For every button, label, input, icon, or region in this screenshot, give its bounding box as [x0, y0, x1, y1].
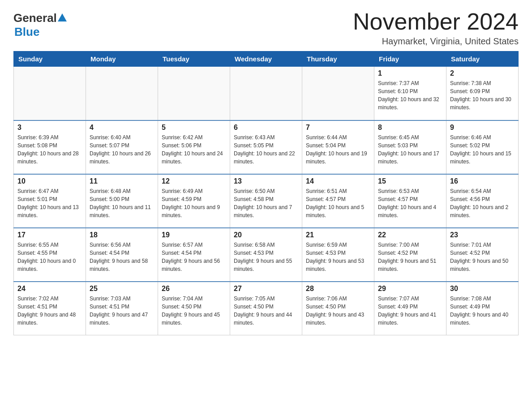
calendar-header-row: SundayMondayTuesdayWednesdayThursdayFrid…: [14, 51, 519, 67]
day-number: 29: [378, 285, 442, 293]
main-title: November 2024: [353, 9, 519, 34]
day-info: Sunrise: 6:47 AMSunset: 5:01 PMDaylight:…: [17, 187, 82, 219]
logo-general-text: General: [13, 11, 57, 25]
day-info: Sunrise: 6:44 AMSunset: 5:04 PMDaylight:…: [306, 133, 370, 166]
day-info: Sunrise: 6:50 AMSunset: 4:58 PMDaylight:…: [234, 187, 298, 219]
calendar-cell: 11Sunrise: 6:48 AMSunset: 5:00 PMDayligh…: [86, 174, 158, 228]
location-subtitle: Haymarket, Virginia, United States: [353, 36, 519, 47]
calendar-cell: 22Sunrise: 7:00 AMSunset: 4:52 PMDayligh…: [374, 228, 446, 282]
calendar-header-monday: Monday: [86, 51, 158, 67]
calendar-header-thursday: Thursday: [302, 51, 374, 67]
calendar-cell: [158, 67, 230, 120]
calendar-cell: 27Sunrise: 7:05 AMSunset: 4:50 PMDayligh…: [230, 282, 302, 335]
day-number: 9: [450, 124, 515, 132]
day-info: Sunrise: 6:59 AMSunset: 4:53 PMDaylight:…: [306, 241, 370, 273]
day-info: Sunrise: 6:39 AMSunset: 5:08 PMDaylight:…: [17, 133, 82, 166]
day-number: 28: [306, 285, 370, 293]
day-number: 14: [306, 177, 370, 185]
calendar-cell: 30Sunrise: 7:08 AMSunset: 4:49 PMDayligh…: [446, 282, 519, 335]
calendar-cell: 5Sunrise: 6:42 AMSunset: 5:06 PMDaylight…: [158, 120, 230, 174]
day-number: 10: [17, 177, 82, 185]
calendar-cell: 3Sunrise: 6:39 AMSunset: 5:08 PMDaylight…: [14, 120, 86, 174]
calendar-week-row: 24Sunrise: 7:02 AMSunset: 4:51 PMDayligh…: [14, 282, 519, 335]
day-number: 5: [162, 124, 226, 132]
calendar-week-row: 17Sunrise: 6:55 AMSunset: 4:55 PMDayligh…: [14, 228, 519, 282]
calendar-cell: 12Sunrise: 6:49 AMSunset: 4:59 PMDayligh…: [158, 174, 230, 228]
calendar-cell: 16Sunrise: 6:54 AMSunset: 4:56 PMDayligh…: [446, 174, 519, 228]
day-number: 19: [162, 231, 226, 239]
day-number: 13: [234, 177, 298, 185]
calendar-week-row: 3Sunrise: 6:39 AMSunset: 5:08 PMDaylight…: [14, 120, 519, 174]
day-info: Sunrise: 6:45 AMSunset: 5:03 PMDaylight:…: [378, 133, 442, 166]
day-number: 16: [450, 177, 515, 185]
day-info: Sunrise: 6:49 AMSunset: 4:59 PMDaylight:…: [162, 187, 226, 219]
calendar-cell: 24Sunrise: 7:02 AMSunset: 4:51 PMDayligh…: [14, 282, 86, 335]
day-number: 27: [234, 285, 298, 293]
day-number: 21: [306, 231, 370, 239]
day-number: 20: [234, 231, 298, 239]
calendar-cell: 14Sunrise: 6:51 AMSunset: 4:57 PMDayligh…: [302, 174, 374, 228]
logo: General Blue: [13, 9, 67, 39]
calendar-cell: 29Sunrise: 7:07 AMSunset: 4:49 PMDayligh…: [374, 282, 446, 335]
page-header: General Blue November 2024 Haymarket, Vi…: [13, 9, 519, 47]
calendar-cell: 19Sunrise: 6:57 AMSunset: 4:54 PMDayligh…: [158, 228, 230, 282]
day-info: Sunrise: 6:55 AMSunset: 4:55 PMDaylight:…: [17, 241, 82, 273]
day-number: 22: [378, 231, 442, 239]
day-info: Sunrise: 7:05 AMSunset: 4:50 PMDaylight:…: [234, 295, 298, 327]
day-number: 4: [90, 124, 154, 132]
calendar-cell: 20Sunrise: 6:58 AMSunset: 4:53 PMDayligh…: [230, 228, 302, 282]
day-number: 6: [234, 124, 298, 132]
calendar-header-saturday: Saturday: [446, 51, 519, 67]
day-number: 2: [450, 69, 515, 77]
calendar-cell: [230, 67, 302, 120]
calendar-table: SundayMondayTuesdayWednesdayThursdayFrid…: [13, 51, 519, 335]
day-number: 25: [90, 285, 154, 293]
calendar-cell: 28Sunrise: 7:06 AMSunset: 4:50 PMDayligh…: [302, 282, 374, 335]
calendar-cell: 1Sunrise: 7:37 AMSunset: 6:10 PMDaylight…: [374, 67, 446, 120]
calendar-header-sunday: Sunday: [14, 51, 86, 67]
day-info: Sunrise: 7:02 AMSunset: 4:51 PMDaylight:…: [17, 295, 82, 327]
calendar-cell: [14, 67, 86, 120]
calendar-cell: 9Sunrise: 6:46 AMSunset: 5:02 PMDaylight…: [446, 120, 519, 174]
day-info: Sunrise: 6:46 AMSunset: 5:02 PMDaylight:…: [450, 133, 515, 166]
day-info: Sunrise: 6:40 AMSunset: 5:07 PMDaylight:…: [90, 133, 154, 166]
calendar-cell: 17Sunrise: 6:55 AMSunset: 4:55 PMDayligh…: [14, 228, 86, 282]
day-number: 23: [450, 231, 515, 239]
calendar-cell: 21Sunrise: 6:59 AMSunset: 4:53 PMDayligh…: [302, 228, 374, 282]
day-number: 24: [17, 285, 82, 293]
calendar-cell: 26Sunrise: 7:04 AMSunset: 4:50 PMDayligh…: [158, 282, 230, 335]
day-number: 11: [90, 177, 154, 185]
calendar-cell: 6Sunrise: 6:43 AMSunset: 5:05 PMDaylight…: [230, 120, 302, 174]
day-info: Sunrise: 7:37 AMSunset: 6:10 PMDaylight:…: [378, 79, 442, 111]
day-info: Sunrise: 6:42 AMSunset: 5:06 PMDaylight:…: [162, 133, 226, 166]
calendar-week-row: 1Sunrise: 7:37 AMSunset: 6:10 PMDaylight…: [14, 67, 519, 120]
day-number: 18: [90, 231, 154, 239]
calendar-header-friday: Friday: [374, 51, 446, 67]
calendar-cell: 4Sunrise: 6:40 AMSunset: 5:07 PMDaylight…: [86, 120, 158, 174]
day-number: 17: [17, 231, 82, 239]
day-info: Sunrise: 7:08 AMSunset: 4:49 PMDaylight:…: [450, 295, 515, 327]
calendar-cell: 18Sunrise: 6:56 AMSunset: 4:54 PMDayligh…: [86, 228, 158, 282]
day-number: 12: [162, 177, 226, 185]
logo-triangle-icon: [58, 13, 67, 21]
calendar-header-wednesday: Wednesday: [230, 51, 302, 67]
day-info: Sunrise: 7:07 AMSunset: 4:49 PMDaylight:…: [378, 295, 442, 327]
day-number: 1: [378, 69, 442, 77]
day-info: Sunrise: 7:01 AMSunset: 4:52 PMDaylight:…: [450, 241, 515, 273]
day-number: 8: [378, 124, 442, 132]
day-info: Sunrise: 7:38 AMSunset: 6:09 PMDaylight:…: [450, 79, 515, 111]
day-info: Sunrise: 6:53 AMSunset: 4:57 PMDaylight:…: [378, 187, 442, 219]
day-info: Sunrise: 6:58 AMSunset: 4:53 PMDaylight:…: [234, 241, 298, 273]
calendar-cell: 7Sunrise: 6:44 AMSunset: 5:04 PMDaylight…: [302, 120, 374, 174]
day-info: Sunrise: 6:56 AMSunset: 4:54 PMDaylight:…: [90, 241, 154, 273]
day-info: Sunrise: 7:00 AMSunset: 4:52 PMDaylight:…: [378, 241, 442, 273]
calendar-cell: 2Sunrise: 7:38 AMSunset: 6:09 PMDaylight…: [446, 67, 519, 120]
calendar-cell: 23Sunrise: 7:01 AMSunset: 4:52 PMDayligh…: [446, 228, 519, 282]
day-info: Sunrise: 6:43 AMSunset: 5:05 PMDaylight:…: [234, 133, 298, 166]
logo-blue-text: Blue: [14, 25, 39, 39]
day-info: Sunrise: 6:48 AMSunset: 5:00 PMDaylight:…: [90, 187, 154, 219]
calendar-cell: [302, 67, 374, 120]
day-info: Sunrise: 7:03 AMSunset: 4:51 PMDaylight:…: [90, 295, 154, 327]
day-info: Sunrise: 6:54 AMSunset: 4:56 PMDaylight:…: [450, 187, 515, 219]
calendar-cell: 15Sunrise: 6:53 AMSunset: 4:57 PMDayligh…: [374, 174, 446, 228]
